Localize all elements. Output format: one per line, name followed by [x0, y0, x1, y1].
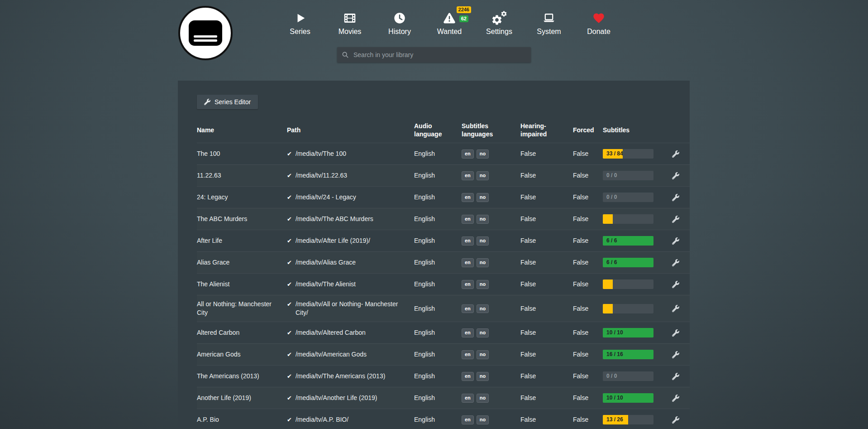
wrench-icon[interactable]: [672, 281, 679, 288]
language-badge: no: [477, 171, 489, 180]
forced-value: False: [573, 188, 603, 206]
nav-item-wanted[interactable]: 2246 62 Wanted: [432, 10, 467, 36]
series-name[interactable]: All or Nothing: Manchester City: [197, 295, 287, 322]
wrench-icon[interactable]: [672, 172, 679, 179]
series-path: /media/tv/The ABC Murders: [296, 215, 373, 223]
check-icon: ✔: [287, 193, 292, 202]
subtitles-progress: [603, 304, 653, 313]
wrench-icon[interactable]: [672, 351, 679, 358]
language-badge: no: [477, 350, 489, 359]
subtitles-languages: enno: [462, 275, 520, 293]
series-name[interactable]: A.P. Bio: [197, 411, 287, 429]
series-editor-label: Series Editor: [215, 98, 251, 106]
table-row: The Alienist ✔ /media/tv/The Alienist En…: [197, 273, 690, 295]
wrench-icon[interactable]: [672, 373, 679, 380]
table-row: The 100 ✔ /media/tv/The 100 English enno…: [197, 143, 690, 164]
nav-item-system[interactable]: System: [532, 10, 566, 36]
audio-language: English: [414, 254, 462, 271]
subtitles-languages: enno: [462, 367, 520, 385]
wrench-icon[interactable]: [672, 216, 679, 223]
table-row: After Life ✔ /media/tv/After Life (2019)…: [197, 230, 690, 251]
series-name[interactable]: Another Life (2019): [197, 389, 287, 407]
series-name[interactable]: The 100: [197, 145, 287, 163]
bazarr-logo[interactable]: [178, 6, 233, 60]
series-name[interactable]: The Alienist: [197, 275, 287, 293]
series-name[interactable]: The Americans (2013): [197, 367, 287, 385]
column-header-hearing: Hearing-impaired: [520, 122, 573, 138]
nav-label: History: [382, 28, 417, 36]
subtitles-progress: [603, 280, 653, 289]
nav-item-history[interactable]: History: [382, 10, 417, 36]
forced-value: False: [573, 324, 603, 342]
subtitles-progress: 33 / 84: [603, 149, 653, 159]
hearing-impaired-value: False: [520, 389, 573, 407]
wanted-count-badge-series: 2246: [457, 6, 471, 13]
series-name[interactable]: After Life: [197, 232, 287, 250]
language-badge: no: [477, 258, 489, 267]
wrench-icon[interactable]: [672, 259, 679, 266]
forced-value: False: [573, 411, 603, 429]
table-row: A.P. Bio ✔ /media/tv/A.P. BIO/ English e…: [197, 409, 690, 429]
table-row: Alias Grace ✔ /media/tv/Alias Grace Engl…: [197, 251, 690, 273]
wrench-icon[interactable]: [672, 329, 679, 337]
language-badge: en: [462, 236, 474, 245]
play-icon: [283, 10, 317, 26]
language-badge: no: [477, 304, 489, 313]
wanted-count-badge-movies: 62: [459, 15, 468, 22]
audio-language: English: [414, 188, 462, 206]
language-badge: en: [462, 372, 474, 381]
wrench-icon[interactable]: [672, 416, 679, 424]
forced-value: False: [573, 367, 603, 385]
language-badge: no: [477, 280, 489, 289]
audio-language: English: [414, 411, 462, 429]
nav-label: Movies: [333, 28, 367, 36]
series-name[interactable]: 11.22.63: [197, 167, 287, 184]
language-badge: en: [462, 215, 474, 223]
check-icon: ✔: [287, 171, 292, 180]
nav-item-settings[interactable]: Settings: [482, 10, 516, 36]
hearing-impaired-value: False: [520, 346, 573, 363]
language-badge: en: [462, 258, 474, 267]
table-row: The Americans (2013) ✔ /media/tv/The Ame…: [197, 365, 690, 387]
heart-icon: [582, 10, 616, 26]
series-editor-button[interactable]: Series Editor: [197, 95, 258, 109]
gears-icon: [482, 10, 516, 26]
series-path: /media/tv/The Americans (2013): [296, 372, 385, 381]
wrench-icon[interactable]: [672, 305, 679, 312]
hearing-impaired-value: False: [520, 145, 573, 163]
column-header-audio: Audio language: [414, 122, 462, 138]
wrench-icon[interactable]: [672, 395, 679, 402]
hearing-impaired-value: False: [520, 188, 573, 206]
series-path: /media/tv/Alias Grace: [296, 258, 356, 267]
subtitles-languages: enno: [462, 188, 520, 206]
audio-language: English: [414, 145, 462, 163]
series-name[interactable]: The ABC Murders: [197, 210, 287, 228]
search-input[interactable]: [353, 51, 526, 59]
series-name[interactable]: 24: Legacy: [197, 188, 287, 206]
series-name[interactable]: Altered Carbon: [197, 324, 287, 342]
wrench-icon[interactable]: [672, 150, 679, 158]
subtitles-languages: enno: [462, 410, 520, 429]
subtitles-progress: 13 / 26: [603, 415, 653, 424]
nav-item-movies[interactable]: Movies: [333, 10, 367, 36]
table-row: All or Nothing: Manchester City ✔ /media…: [197, 295, 690, 322]
nav-item-series[interactable]: Series: [283, 10, 317, 36]
nav-item-donate[interactable]: Donate: [582, 10, 616, 36]
series-name[interactable]: American Gods: [197, 346, 287, 363]
wrench-icon[interactable]: [672, 237, 679, 245]
check-icon: ✔: [287, 372, 292, 381]
forced-value: False: [573, 167, 603, 184]
hearing-impaired-value: False: [520, 300, 573, 318]
nav-label: System: [532, 28, 566, 36]
series-name[interactable]: Alias Grace: [197, 254, 287, 271]
language-badge: no: [477, 193, 489, 202]
wrench-icon: [204, 99, 210, 105]
series-path: /media/tv/Another Life (2019): [296, 394, 377, 402]
wrench-icon[interactable]: [672, 194, 679, 201]
audio-language: English: [414, 232, 462, 250]
audio-language: English: [414, 346, 462, 363]
series-panel: Series Editor Name Path Audio language S…: [178, 81, 690, 429]
subtitles-languages: enno: [462, 299, 520, 318]
series-path: /media/tv/24 - Legacy: [296, 193, 356, 202]
subtitles-progress: 10 / 10: [603, 393, 653, 403]
